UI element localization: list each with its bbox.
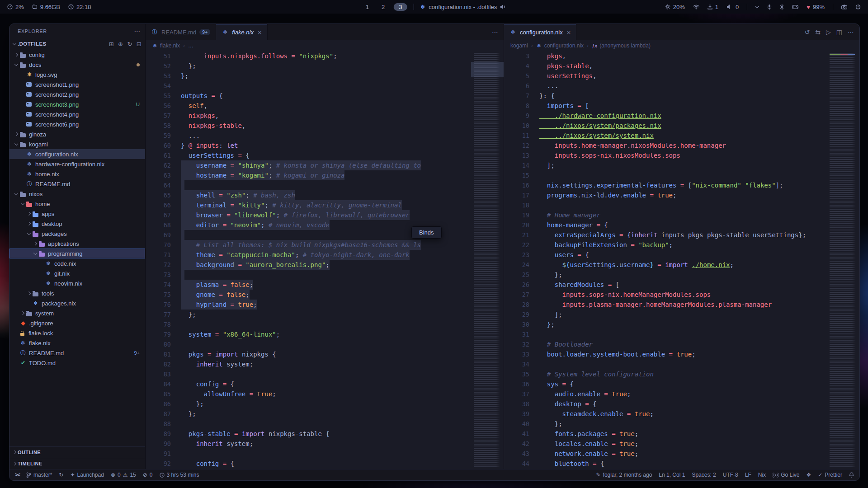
- tab-configuration.nix[interactable]: ❄configuration.nix×: [504, 24, 576, 40]
- chevron-right-icon[interactable]: [13, 52, 19, 58]
- code-line[interactable]: 75 gnome = false;: [146, 290, 471, 300]
- code-line[interactable]: 17 programs.nix-ld.dev.enable = true;: [504, 190, 827, 200]
- screenshot-button[interactable]: [841, 5, 847, 9]
- problems-item[interactable]: ⊗0 ⚠15: [111, 472, 136, 478]
- code-line[interactable]: 41 fonts.packages = true;: [504, 429, 827, 439]
- split-editor-icon[interactable]: ◫: [836, 28, 842, 36]
- code-line[interactable]: 57 nixpkgs,: [146, 111, 471, 121]
- tree-file-screenshot1.png[interactable]: screenshot1.png: [9, 80, 145, 89]
- remote-indicator[interactable]: ><: [15, 472, 19, 478]
- run-icon[interactable]: ▷: [826, 28, 831, 36]
- workspace-3[interactable]: 3: [394, 3, 407, 11]
- code-line[interactable]: 22 backupFileExtension = "backup";: [504, 240, 827, 250]
- editor-configuration-nix[interactable]: 3 pkgs,4 pkgs-stable,5 userSettings,6 ..…: [504, 51, 859, 469]
- brightness-indicator[interactable]: 20%: [665, 4, 685, 10]
- git-branch-item[interactable]: master*: [26, 472, 52, 478]
- tree-file-screenshot6.png[interactable]: screenshot6.png: [9, 119, 145, 129]
- close-tab-icon[interactable]: ×: [258, 28, 262, 36]
- code-line[interactable]: 36 sys = {: [504, 379, 827, 389]
- tree-folder-packages[interactable]: packages: [9, 229, 145, 239]
- code-line[interactable]: 74 plasma = false;: [146, 280, 471, 290]
- tree-folder-applications[interactable]: applications: [9, 239, 145, 249]
- code-line[interactable]: 18: [504, 200, 827, 210]
- code-line[interactable]: 67 browser = "librewolf"; # firefox, lib…: [146, 210, 471, 220]
- cpu-indicator[interactable]: 2%: [7, 4, 24, 10]
- more-actions-icon[interactable]: ⋯: [492, 28, 498, 36]
- code-line[interactable]: 21 extraSpecialArgs = {inherit inputs pk…: [504, 230, 827, 240]
- clock-indicator[interactable]: 22:18: [68, 4, 91, 10]
- chevron-right-icon[interactable]: [13, 131, 19, 137]
- code-line[interactable]: 55outputs = {: [146, 91, 471, 101]
- code-line[interactable]: 52 };: [146, 61, 471, 71]
- time-tracker-item[interactable]: 3 hrs 53 mins: [160, 472, 199, 478]
- extension-icon[interactable]: ❖: [806, 472, 811, 478]
- chevron-down-icon[interactable]: [13, 191, 19, 197]
- code-line[interactable]: 59 ...: [146, 131, 471, 141]
- code-line[interactable]: 28 inputs.plasma-manager.homeManagerModu…: [504, 300, 827, 310]
- code-line[interactable]: 20 home-manager = {: [504, 220, 827, 230]
- code-line[interactable]: 8 imports = [: [504, 101, 827, 111]
- tree-file-README.md[interactable]: ⓘREADME.md: [9, 179, 145, 189]
- tree-folder-tools[interactable]: tools: [9, 288, 145, 298]
- code-line[interactable]: 14 ];: [504, 160, 827, 170]
- back-icon[interactable]: ↺: [805, 28, 810, 36]
- breadcrumb-item[interactable]: ❄flake.nix: [152, 42, 180, 49]
- code-line[interactable]: 71 theme = "catppuccin-mocha"; # tokyo-n…: [146, 250, 471, 260]
- chevron-right-icon[interactable]: [32, 240, 38, 247]
- tree-file-.gitignore[interactable]: ◆.gitignore: [9, 318, 145, 328]
- code-line[interactable]: 6 ...: [504, 81, 827, 91]
- encoding-item[interactable]: UTF-8: [723, 472, 738, 478]
- minimap[interactable]: [471, 51, 504, 469]
- go-live-item[interactable]: Go Live: [773, 472, 799, 478]
- code-line[interactable]: 33 boot.loader.systemd-boot.enable = tru…: [504, 349, 827, 359]
- compare-icon[interactable]: ⇆: [815, 28, 821, 36]
- tree-file-logo.svg[interactable]: ✱logo.svg: [9, 70, 145, 80]
- code-line[interactable]: 62 username = "shinya"; # konsta or shin…: [146, 160, 471, 170]
- code-line[interactable]: 29 ];: [504, 310, 827, 319]
- workspace-root-row[interactable]: .DOTFILES ⊞ ⊕ ↻ ⊟: [9, 38, 145, 49]
- cursor-position[interactable]: Ln 1, Col 1: [659, 472, 685, 478]
- timeline-section[interactable]: TIMELINE: [9, 458, 145, 469]
- code-line[interactable]: 39 steamdeck.enable = true;: [504, 409, 827, 419]
- tree-folder-kogami[interactable]: kogami: [9, 139, 145, 149]
- code-line[interactable]: 80: [146, 339, 471, 349]
- memory-indicator[interactable]: 9.66GB: [32, 4, 60, 10]
- volume-indicator[interactable]: 0: [726, 4, 739, 10]
- breadcrumb-item[interactable]: …: [188, 42, 193, 49]
- code-line[interactable]: 86 };: [146, 399, 471, 409]
- tree-file-git.nix[interactable]: ❄git.nix: [9, 268, 145, 278]
- more-actions-icon[interactable]: ⋯: [134, 28, 141, 35]
- code-line[interactable]: 7}: {: [504, 91, 827, 101]
- code-line[interactable]: 12 inputs.home-manager.nixosModules.home…: [504, 141, 827, 150]
- code-line[interactable]: 19 # Home manager: [504, 210, 827, 220]
- code-line[interactable]: 35 # System level configuration: [504, 369, 827, 379]
- code-line[interactable]: 61 userSettings = {: [146, 150, 471, 160]
- editor-flake-nix[interactable]: 51 inputs.nixpkgs.follows = "nixpkgs";52…: [146, 51, 504, 469]
- language-mode-item[interactable]: Nix: [758, 472, 766, 478]
- code-line[interactable]: 51 inputs.nixpkgs.follows = "nixpkgs";: [146, 51, 471, 61]
- code-line[interactable]: 27 inputs.sops-nix.homeManagerModules.so…: [504, 290, 827, 300]
- code-line[interactable]: 10 ../nixos/system/packages.nix: [504, 121, 827, 131]
- code-line[interactable]: 38 desktop = {: [504, 399, 827, 409]
- new-file-icon[interactable]: ⊞: [109, 41, 114, 47]
- code-line[interactable]: 40 };: [504, 419, 827, 429]
- code-line[interactable]: 30 };: [504, 319, 827, 329]
- tree-file-TODO.md[interactable]: ✔TODO.md: [9, 358, 145, 368]
- code-line[interactable]: 25 };: [504, 270, 827, 280]
- chevron-down-icon[interactable]: [26, 230, 32, 237]
- code-line[interactable]: 44 bluetooth = {: [504, 459, 827, 469]
- bluetooth-indicator[interactable]: [780, 4, 784, 10]
- tray-expander[interactable]: [755, 5, 759, 9]
- tree-file-neovim.nix[interactable]: ❄neovim.nix: [9, 278, 145, 288]
- indentation-item[interactable]: Spaces: 2: [692, 472, 716, 478]
- code-line[interactable]: 4 pkgs-stable,: [504, 61, 827, 71]
- tab-flake.nix[interactable]: ❄flake.nix×: [216, 24, 267, 40]
- breadcrumb-item[interactable]: ƒx(anonymous lambda): [592, 42, 651, 49]
- breadcrumb-item[interactable]: ❄configuration.nix: [536, 42, 584, 49]
- code-line[interactable]: 58 nixpkgs-stable,: [146, 121, 471, 131]
- code-line[interactable]: 13 inputs.sops-nix.nixosModules.sops: [504, 150, 827, 160]
- code-line[interactable]: 72 background = "aurora_borealis.png";: [146, 260, 471, 270]
- workspace-1[interactable]: 1: [362, 3, 373, 11]
- tree-folder-programming[interactable]: programming: [9, 249, 145, 258]
- eol-item[interactable]: LF: [745, 472, 751, 478]
